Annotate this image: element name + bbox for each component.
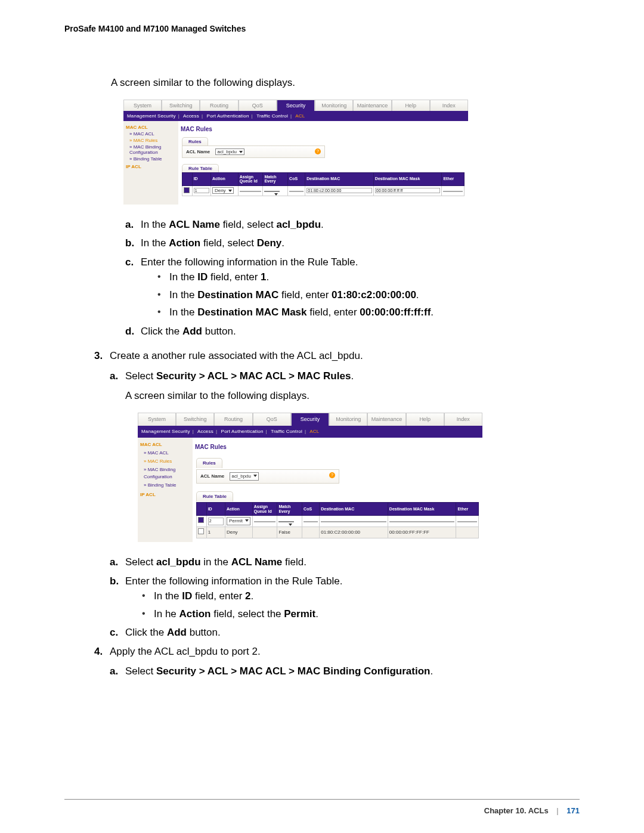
- rule-table: ID Action Assign Queue Id Match Every Co…: [182, 172, 465, 196]
- page-footer: Chapter 10. ACLs | 171: [484, 806, 580, 815]
- row2-id[interactable]: 2: [208, 518, 224, 525]
- side-item-macbinding[interactable]: » MAC Binding Configuration: [144, 466, 190, 481]
- intro-text-1: A screen similar to the following displa…: [111, 75, 580, 91]
- sidebar: MAC ACL » MAC ACL » MAC Rules » MAC Bind…: [123, 121, 178, 205]
- sub-tabs: Management Security| Access| Port Authen…: [138, 426, 482, 438]
- subtab-mgmt[interactable]: Management Security: [127, 113, 176, 119]
- row1-checkbox[interactable]: [184, 187, 190, 193]
- th-cos: CoS: [288, 172, 305, 185]
- step-3: 3. Create a another rule associated with…: [94, 348, 580, 640]
- footer-page-number: 171: [566, 806, 580, 815]
- tab-help[interactable]: Help: [392, 100, 430, 111]
- row1-cos[interactable]: [289, 191, 304, 192]
- page-header: ProSafe M4100 and M7100 Managed Switches: [64, 24, 580, 33]
- row1-dmask[interactable]: 00:00:00:ff:ff:ff: [375, 188, 441, 193]
- subtab-traffic[interactable]: Traffic Control: [256, 113, 288, 119]
- help-icon[interactable]: ?: [315, 148, 321, 154]
- top-tabs: System Switching Routing QoS Security Mo…: [123, 100, 468, 111]
- step-3c: c.Click the Add button.: [110, 625, 580, 640]
- tab-routing[interactable]: Routing: [200, 100, 238, 111]
- tab-index[interactable]: Index: [444, 413, 482, 426]
- row2-match[interactable]: [278, 521, 294, 522]
- row1g-checkbox[interactable]: [198, 528, 204, 534]
- footer-chapter: Chapter 10. ACLs: [484, 806, 549, 815]
- side-heading-ipacl[interactable]: IP ACL: [126, 164, 176, 169]
- aclname-label: ACL Name: [186, 149, 210, 154]
- ruletable-card-tab: Rule Table: [196, 491, 233, 501]
- row2-ether[interactable]: [457, 521, 477, 522]
- aclname-select[interactable]: acl_bpdu: [230, 472, 259, 481]
- row1-ether[interactable]: [443, 191, 463, 192]
- subtab-mgmt[interactable]: Management Security: [141, 429, 190, 434]
- row1g-dmask: 00:00:00:FF:FF:FF: [388, 527, 456, 538]
- th-dmac: Destination MAC: [305, 172, 374, 185]
- row1-dmac[interactable]: 01:80:c2:00:00:00: [306, 188, 372, 193]
- row2-assign[interactable]: [254, 521, 276, 522]
- tab-routing[interactable]: Routing: [214, 413, 252, 426]
- row1g-id: 1: [206, 527, 225, 538]
- rule-table: ID Action Assign Queue Id Match Every Co…: [196, 502, 479, 538]
- side-heading-macacl[interactable]: MAC ACL: [126, 125, 176, 130]
- row1-id[interactable]: 1: [194, 188, 209, 193]
- row1-match[interactable]: [264, 191, 280, 192]
- row1-action[interactable]: Deny: [212, 187, 234, 194]
- side-item-bindingtable[interactable]: » Binding Table: [129, 156, 176, 162]
- rules-card-tab: Rules: [196, 458, 222, 468]
- subtab-access[interactable]: Access: [197, 429, 213, 434]
- subtab-traffic[interactable]: Traffic Control: [271, 429, 302, 434]
- row2-action[interactable]: Permit: [227, 517, 250, 525]
- subtab-portauth[interactable]: Port Authentication: [221, 429, 264, 434]
- sub-tabs: Management Security| Access| Port Authen…: [123, 111, 468, 121]
- side-item-macacl[interactable]: » MAC ACL: [144, 450, 190, 457]
- row2-cos[interactable]: [304, 521, 318, 522]
- tab-security[interactable]: Security: [291, 413, 329, 426]
- rules-card-body: ? ACL Name acl_bpdu: [196, 469, 339, 484]
- side-heading-ipacl[interactable]: IP ACL: [140, 491, 190, 498]
- tab-monitoring[interactable]: Monitoring: [315, 100, 353, 111]
- tab-system[interactable]: System: [123, 100, 162, 111]
- subtab-portauth[interactable]: Port Authentication: [207, 113, 249, 119]
- screenshot-mac-rules-2: System Switching Routing QoS Security Mo…: [137, 412, 483, 543]
- row1g-action: Deny: [225, 527, 252, 538]
- row2-checkbox[interactable]: [198, 517, 204, 523]
- tab-help[interactable]: Help: [406, 413, 444, 426]
- tab-maintenance[interactable]: Maintenance: [367, 413, 405, 426]
- tab-system[interactable]: System: [138, 413, 176, 426]
- tab-index[interactable]: Index: [430, 100, 468, 111]
- tab-security[interactable]: Security: [277, 100, 315, 111]
- subtab-acl[interactable]: ACL: [295, 113, 305, 119]
- subtab-access[interactable]: Access: [183, 113, 199, 119]
- tab-switching[interactable]: Switching: [176, 413, 214, 426]
- tab-qos[interactable]: QoS: [253, 413, 291, 426]
- side-heading-macacl[interactable]: MAC ACL: [140, 441, 190, 448]
- screenshot-mac-rules-1: System Switching Routing QoS Security Mo…: [123, 99, 469, 205]
- panel: MAC Rules Rules ? ACL Name acl_bpdu Rule…: [178, 121, 468, 205]
- side-item-macrules[interactable]: » MAC Rules: [144, 458, 190, 465]
- side-item-macbinding[interactable]: » MAC Binding Configuration: [129, 144, 176, 155]
- tab-switching[interactable]: Switching: [162, 100, 200, 111]
- help-icon[interactable]: ?: [329, 472, 335, 478]
- rules-card-body: ? ACL Name acl_bpdu: [182, 145, 325, 158]
- row2-dmask[interactable]: [389, 521, 455, 522]
- intro-text-2: A screen similar to the following displa…: [125, 388, 580, 404]
- tab-maintenance[interactable]: Maintenance: [353, 100, 391, 111]
- subtab-acl[interactable]: ACL: [309, 429, 319, 434]
- side-item-bindingtable[interactable]: » Binding Table: [144, 482, 190, 489]
- panel-title: MAC Rules: [195, 442, 482, 451]
- row2-dmac[interactable]: [321, 521, 386, 522]
- step-a: a.In the ACL Name field, select acl_bpdu…: [125, 217, 580, 233]
- table-row: 2 Permit: [197, 516, 479, 527]
- ruletable-card-tab: Rule Table: [182, 164, 219, 172]
- row1g-match: False: [277, 527, 302, 538]
- row1-assign[interactable]: [240, 191, 262, 192]
- panel: MAC Rules Rules ? ACL Name acl_bpdu Rule…: [193, 438, 482, 542]
- th-check: [182, 172, 193, 185]
- tab-monitoring[interactable]: Monitoring: [329, 413, 367, 426]
- tab-qos[interactable]: QoS: [239, 100, 277, 111]
- aclname-select[interactable]: acl_bpdu: [215, 148, 244, 155]
- side-item-macacl[interactable]: » MAC ACL: [129, 131, 176, 137]
- side-item-macrules[interactable]: » MAC Rules: [129, 138, 176, 143]
- bullet-dmac: In the Destination MAC field, enter 01:8…: [157, 287, 580, 303]
- th-match: Match Every: [263, 172, 288, 185]
- aclname-label: ACL Name: [200, 473, 224, 479]
